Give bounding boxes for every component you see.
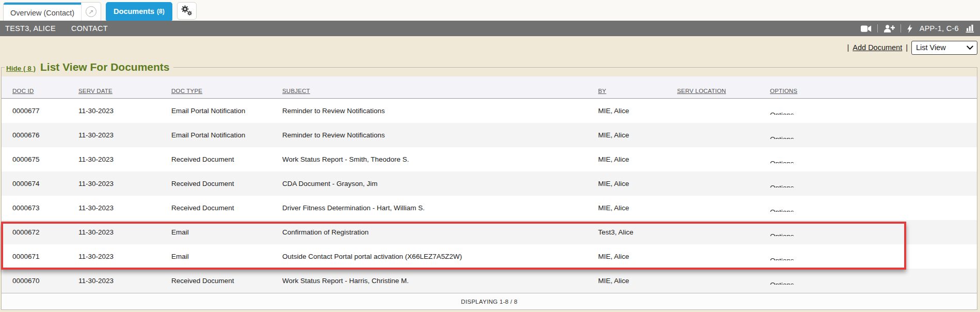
table-header-row: DOC ID SERV DATE DOC TYPE SUBJECT BY SER… [2,76,977,99]
add-document-link[interactable]: Add Document [853,43,902,52]
chevron-down-icon [967,45,973,50]
row-options-button[interactable]: Options [770,111,794,115]
cell-serv-date: 11-30-2023 [68,180,160,188]
content-area: | Add Document | List View Hide ( 8 ) Li… [0,36,980,312]
record-title-bar: TEST3, ALICE CONTACT [0,21,980,36]
cell-doc-id: 0000670 [2,277,68,285]
tab-documents-label: Documents [114,7,154,15]
cell-doc-id: 0000671 [2,253,68,260]
view-select-value: List View [916,43,946,52]
cell-doc-type: Received Document [160,155,271,163]
cell-options: Options [759,228,977,236]
documents-panel: Hide ( 8 ) List View For Documents DOC I… [1,61,977,310]
document-toolbar: | Add Document | List View [1,40,977,55]
cell-serv-date: 11-30-2023 [68,204,160,212]
tab-documents[interactable]: Documents (8) [106,2,172,21]
row-options-button[interactable]: Options [770,232,794,236]
table-footer: DISPLAYING 1-8 / 8 [2,293,977,309]
row-options-button[interactable]: Options [770,208,794,212]
cell-serv-date: 11-30-2023 [68,228,160,236]
row-options-button[interactable]: Options [770,257,794,260]
cell-options: Options [759,155,977,163]
pipe-separator: | [906,43,908,52]
table-row[interactable]: 0000673 11-30-2023 Received Document Dri… [2,196,977,220]
cell-doc-id: 0000675 [2,155,68,163]
column-header-subject[interactable]: SUBJECT [271,88,587,98]
cell-options: Options [759,253,977,260]
pipe-separator: | [847,43,849,52]
popout-arrow-icon: ↗ [86,6,97,17]
cell-doc-type: Email Portal Notification [160,131,271,139]
tab-overview-contact[interactable]: Overview (Contact) ↗ [3,2,101,21]
row-options-button[interactable]: Options [770,281,794,285]
table-row[interactable]: 0000672 11-30-2023 Email Confirmation of… [2,220,977,244]
divider [901,24,901,33]
add-person-icon[interactable] [883,24,895,33]
title-bar-actions: APP-1, C-6 [861,24,976,33]
cell-serv-date: 11-30-2023 [68,253,160,260]
cell-options: Options [759,180,977,188]
settings-button[interactable] [177,2,197,20]
panel-title: List View For Documents [40,61,170,73]
video-camera-icon[interactable] [861,25,872,33]
cell-doc-type: Received Document [160,180,271,188]
cell-by: MIE, Alice [587,253,666,260]
cell-by: MIE, Alice [587,277,666,285]
cell-doc-id: 0000677 [2,107,68,115]
row-options-button[interactable]: Options [770,160,794,163]
column-header-by[interactable]: BY [587,88,666,98]
column-header-serv-location[interactable]: SERV LOCATION [666,88,759,98]
column-header-doc-type[interactable]: DOC TYPE [160,88,271,98]
column-header-serv-date[interactable]: SERV DATE [68,88,160,98]
cell-by: MIE, Alice [587,155,666,163]
displaying-count: DISPLAYING 1-8 / 8 [461,299,517,305]
patient-name: TEST3, ALICE [5,24,56,33]
cog-small-icon [187,10,192,16]
tab-popout-button[interactable]: ↗ [81,3,101,21]
bar-chart-icon[interactable] [966,24,976,33]
table-row[interactable]: 0000671 11-30-2023 Email Outside Contact… [2,244,977,269]
divider [877,24,878,33]
table-body: 0000677 11-30-2023 Email Portal Notifica… [2,99,977,293]
column-header-options[interactable]: OPTIONS [759,88,977,98]
cell-by: MIE, Alice [587,107,666,115]
cell-doc-id: 0000674 [2,180,68,188]
cell-serv-date: 11-30-2023 [68,277,160,285]
cell-options: Options [759,204,977,212]
cell-doc-id: 0000676 [2,131,68,139]
app-context-label: APP-1, C-6 [920,24,959,33]
cell-subject: Work Status Report - Smith, Theodore S. [271,155,587,163]
row-options-button[interactable]: Options [770,135,794,139]
cell-doc-type: Email [160,228,271,236]
cell-subject: Reminder to Review Notifications [271,131,587,139]
app-window: Overview (Contact) ↗ Documents (8) [0,0,980,312]
hide-toggle-link[interactable]: Hide ( 8 ) [6,65,36,72]
column-header-doc-id[interactable]: DOC ID [2,88,68,98]
cell-by: Test3, Alice [587,228,666,236]
tab-overview-label-wrap: Overview (Contact) [4,3,81,21]
table-row[interactable]: 0000670 11-30-2023 Received Document Wor… [2,269,977,293]
table-row[interactable]: 0000677 11-30-2023 Email Portal Notifica… [2,99,977,123]
tab-band: Overview (Contact) ↗ Documents (8) [0,0,980,21]
record-type-label: CONTACT [71,24,108,33]
cell-serv-date: 11-30-2023 [68,107,160,115]
row-options-button[interactable]: Options [770,184,794,188]
cell-by: MIE, Alice [587,204,666,212]
cell-by: MIE, Alice [587,131,666,139]
cell-doc-type: Email Portal Notification [160,107,271,115]
cell-subject: Work Status Report - Harris, Christine M… [271,277,587,285]
table-row[interactable]: 0000676 11-30-2023 Email Portal Notifica… [2,123,977,147]
table-row[interactable]: 0000674 11-30-2023 Received Document CDA… [2,171,977,196]
cell-doc-type: Received Document [160,277,271,285]
view-select[interactable]: List View [911,41,977,55]
cell-doc-type: Received Document [160,204,271,212]
tab-overview-label: Overview (Contact) [10,9,74,17]
cell-options: Options [759,107,977,115]
cell-subject: CDA Document - Grayson, Jim [271,180,587,188]
panel-legend: Hide ( 8 ) List View For Documents [5,61,173,73]
cell-options: Options [759,277,977,285]
cell-options: Options [759,131,977,139]
cell-serv-date: 11-30-2023 [68,131,160,139]
lightning-bolt-icon[interactable] [907,24,913,33]
table-row[interactable]: 0000675 11-30-2023 Received Document Wor… [2,147,977,171]
